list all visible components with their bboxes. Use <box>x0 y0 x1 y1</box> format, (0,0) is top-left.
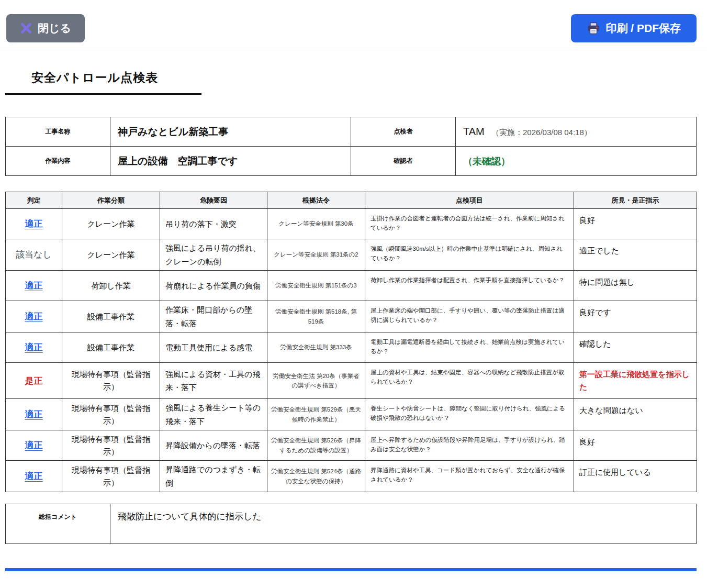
category-cell-text: 現場特有事項（監督指示） <box>72 465 150 487</box>
item-cell-text: 屋上の資材や工具は、結束や固定、容器への収納など飛散防止措置が取られているか？ <box>371 369 564 385</box>
judgment-cell-text[interactable]: 適正 <box>25 471 43 481</box>
finding-cell-text: 特に問題は無し <box>579 278 635 286</box>
category-cell-text: 現場特有事項（監督指示） <box>72 370 150 391</box>
judgment-cell-text[interactable]: 適正 <box>25 281 43 291</box>
hazard-cell-text: 吊り荷の落下・激突 <box>165 219 237 228</box>
summary-comment-label: 総括コメント <box>6 504 110 544</box>
confirmer-value: （未確認） <box>456 147 697 176</box>
judgment-cell: 適正 <box>6 399 62 430</box>
law-cell-text: 労働安全衛生規則 第526条（昇降するための設備等の設置） <box>271 437 361 453</box>
item-cell-text: 玉掛け作業の合図者と運転者の合図方法は統一され、作業前に周知されているか？ <box>371 215 565 231</box>
finding-cell: 訂正に使用している <box>574 461 697 492</box>
category-cell-text: 設備工事作業 <box>87 343 134 352</box>
judgment-cell: 適正 <box>6 332 62 363</box>
category-cell: 現場特有事項（監督指示） <box>62 430 160 461</box>
judgment-cell: 適正 <box>6 209 62 239</box>
table-row: 総括コメント 飛散防止について具体的に指示した <box>6 504 697 544</box>
judgment-cell: 是正 <box>6 363 62 399</box>
item-cell: 電動工具は漏電遮断器を経由して接続され、始業前点検は実施されているか？ <box>365 332 574 363</box>
category-cell-text: 荷卸し作業 <box>91 281 130 290</box>
header-law: 根拠法令 <box>267 192 365 209</box>
category-cell-text: 設備工事作業 <box>87 312 134 321</box>
finding-cell-text: 確認した <box>579 339 611 348</box>
confirmer-label: 確認者 <box>351 147 456 176</box>
finding-cell-text: 訂正に使用している <box>579 468 651 476</box>
finding-cell-text: 良好 <box>579 216 595 225</box>
law-cell: クレーン等安全規則 第31条の2 <box>267 239 365 271</box>
print-pdf-button-label: 印刷 / PDF保存 <box>605 21 681 36</box>
law-cell-text: 労働安全衛生規則 第524条（通路の安全な状態の保持） <box>271 468 361 484</box>
item-cell-text: 強風（瞬間風速30m/s以上）時の作業中止基準は明確にされ、周知されているか？ <box>371 246 563 261</box>
category-cell: 現場特有事項（監督指示） <box>62 399 160 430</box>
category-cell: 荷卸し作業 <box>62 271 160 301</box>
law-cell-text: クレーン等安全規則 第30条 <box>278 220 353 227</box>
hazard-cell-text: 荷崩れによる作業員の負傷 <box>165 281 261 290</box>
close-button-label: 閉じる <box>38 21 71 36</box>
hazard-cell: 作業床・開口部からの墜落・転落 <box>160 301 267 332</box>
judgment-cell-text: 是正 <box>25 376 43 386</box>
judgment-cell-text[interactable]: 適正 <box>25 342 43 352</box>
hazard-cell-text: 強風による養生シート等の飛来・落下 <box>165 403 261 426</box>
checklist-row: 該当なしクレーン作業強風による吊り荷の揺れ、クレーンの転倒クレーン等安全規則 第… <box>6 239 697 271</box>
category-cell-text: 現場特有事項（監督指示） <box>72 435 150 456</box>
item-cell: 強風（瞬間風速30m/s以上）時の作業中止基準は明確にされ、周知されているか？ <box>365 239 574 271</box>
hazard-cell-text: 電動工具使用による感電 <box>165 343 252 352</box>
category-cell-text: 現場特有事項（監督指示） <box>72 404 150 425</box>
finding-cell-text: 大きな問題はない <box>579 406 643 415</box>
judgment-cell-text[interactable]: 適正 <box>25 409 43 419</box>
checklist-row: 適正荷卸し作業荷崩れによる作業員の負傷労働安全衛生規則 第151条の3荷卸し作業… <box>6 271 697 301</box>
checklist-row: 是正現場特有事項（監督指示）強風による資材・工具の飛来・落下労働安全衛生法 第2… <box>6 363 697 399</box>
summary-table: 総括コメント 飛散防止について具体的に指示した <box>5 504 697 544</box>
hazard-cell: 吊り荷の落下・激突 <box>160 209 267 239</box>
law-cell: 労働安全衛生規則 第151条の3 <box>267 271 365 301</box>
law-cell-text: 労働安全衛生法 第20条（事業者の講ずべき措置） <box>273 373 360 389</box>
item-cell: 屋上へ昇降するための仮設階段や昇降用足場は、手すりが設けられ、踏み面は安全な状態… <box>365 430 574 461</box>
law-cell: 労働安全衛生規則 第518条, 第519条 <box>267 301 365 332</box>
category-cell: 現場特有事項（監督指示） <box>62 461 160 492</box>
item-cell-text: 養生シートや防音シートは、隙間なく堅固に取り付けられ、強風による破損や飛散の恐れ… <box>371 405 565 421</box>
finding-cell-text: 第一設工業に飛散処置を指示した <box>579 370 690 391</box>
checklist-row: 適正クレーン作業吊り荷の落下・激突クレーン等安全規則 第30条玉掛け作業の合図者… <box>6 209 697 239</box>
hazard-cell: 強風による養生シート等の飛来・落下 <box>160 399 267 430</box>
checklist-row: 適正現場特有事項（監督指示）昇降設備からの墜落・転落労働安全衛生規則 第526条… <box>6 430 697 461</box>
item-cell: 屋上の資材や工具は、結束や固定、容器への収納など飛散防止措置が取られているか？ <box>365 363 574 399</box>
hazard-cell: 電動工具使用による感電 <box>160 332 267 363</box>
judgment-cell: 適正 <box>6 430 62 461</box>
table-row: 工事名称 神戸みなとビル新築工事 点検者 TAM （実施：2026/03/08 … <box>6 117 697 147</box>
judgment-cell-text[interactable]: 適正 <box>25 219 43 229</box>
checklist-row: 適正現場特有事項（監督指示）強風による養生シート等の飛来・落下労働安全衛生規則 … <box>6 399 697 430</box>
print-pdf-button[interactable]: 印刷 / PDF保存 <box>571 14 697 42</box>
item-cell: 玉掛け作業の合図者と運転者の合図方法は統一され、作業前に周知されているか？ <box>365 209 574 239</box>
finding-cell: 適正でした <box>574 239 697 271</box>
work-description-label: 作業内容 <box>6 147 110 176</box>
close-button[interactable]: 閉じる <box>6 14 85 42</box>
toolbar: 閉じる 印刷 / PDF保存 <box>0 0 707 50</box>
checklist-row: 適正設備工事作業作業床・開口部からの墜落・転落労働安全衛生規則 第518条, 第… <box>6 301 697 332</box>
hazard-cell: 昇降通路でのつまずき・転倒 <box>160 461 267 492</box>
inspector-value: TAM （実施：2026/03/08 04:18） <box>456 117 697 147</box>
law-cell-text: 労働安全衛生規則 第151条の3 <box>275 282 357 289</box>
law-cell: 労働安全衛生規則 第526条（昇降するための設備等の設置） <box>267 430 365 461</box>
finding-cell: 特に問題は無し <box>574 271 697 301</box>
summary-comment-value: 飛散防止について具体的に指示した <box>110 504 697 544</box>
law-cell-text: クレーン等安全規則 第31条の2 <box>274 251 358 258</box>
category-cell: クレーン作業 <box>62 239 160 271</box>
finding-cell: 良好 <box>574 430 697 461</box>
finding-cell: 第一設工業に飛散処置を指示した <box>574 363 697 399</box>
judgment-cell-text: 該当なし <box>16 250 52 260</box>
item-cell: 養生シートや防音シートは、隙間なく堅固に取り付けられ、強風による破損や飛散の恐れ… <box>365 399 574 430</box>
header-category: 作業分類 <box>62 192 160 209</box>
hazard-cell-text: 強風による吊り荷の揺れ、クレーンの転倒 <box>165 243 261 266</box>
judgment-cell-text[interactable]: 適正 <box>25 312 43 321</box>
checklist-row: 適正設備工事作業電動工具使用による感電労働安全衛生規則 第333条電動工具は漏電… <box>6 332 697 363</box>
law-cell-text: 労働安全衛生規則 第529条（悪天候時の作業禁止） <box>271 406 361 422</box>
confirmer-status: （未確認） <box>463 156 510 167</box>
judgment-cell-text[interactable]: 適正 <box>25 440 43 450</box>
item-cell-text: 屋上作業床の端や開口部に、手すりや囲い、覆い等の墜落防止措置は適切に講じられてい… <box>371 307 565 323</box>
category-cell: 設備工事作業 <box>62 332 160 363</box>
item-cell: 昇降通路に資材や工具、コード類が置かれておらず、安全な通行が確保されているか？ <box>365 461 574 492</box>
inspector-label: 点検者 <box>351 117 456 147</box>
work-description-value: 屋上の設備 空調工事です <box>110 147 351 176</box>
item-cell: 屋上作業床の端や開口部に、手すりや囲い、覆い等の墜落防止措置は適切に講じられてい… <box>365 301 574 332</box>
printer-icon <box>587 21 600 35</box>
